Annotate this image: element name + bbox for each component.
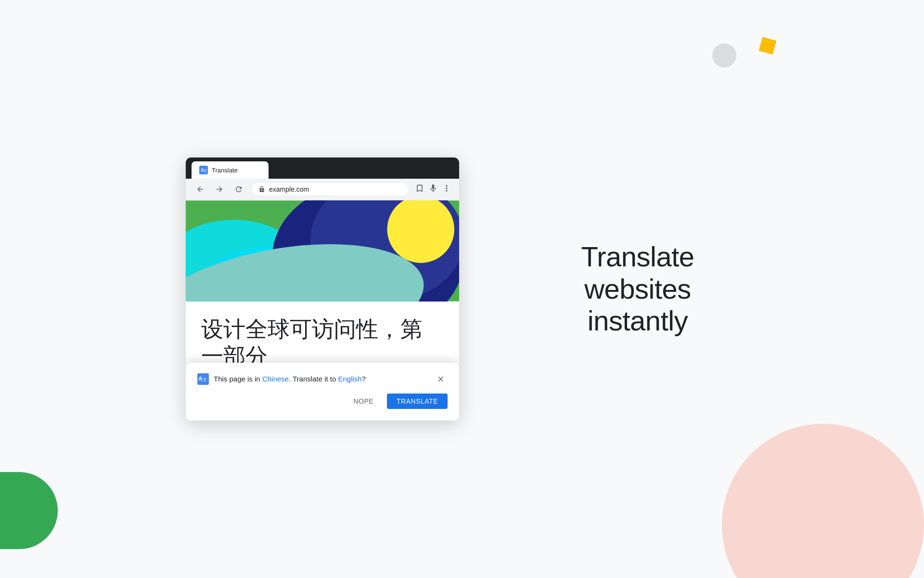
nope-button[interactable]: NOPE [344,394,383,409]
translate-button[interactable]: TRANSLATE [387,394,448,409]
close-banner-button[interactable] [434,372,448,386]
svg-text:文: 文 [203,377,207,382]
banner-text: This page is in Chinese. Translate it to… [214,375,366,383]
tab-title: Translate [212,167,238,174]
banner-message: A 文 This page is in Chinese. Translate i… [197,373,366,385]
banner-top: A 文 This page is in Chinese. Translate i… [197,372,448,386]
tab-container: A 文 Translate [192,158,269,179]
banner-actions: NOPE TRANSLATE [197,394,448,409]
deco-gray-circle [712,43,736,67]
address-bar[interactable]: example.com [251,183,409,196]
page-content: 设计全球可访问性，第一部分 意识就是一切 在我们的三部分系列中，Google 的… [186,200,459,420]
headline-line1: Translate websites [581,241,694,304]
headline-line2: instantly [588,305,688,336]
target-language: English [338,375,361,383]
translate-banner: A 文 This page is in Chinese. Translate i… [186,363,459,420]
translate-logo-icon: A 文 [197,373,209,385]
browser-topbar: A 文 Translate [186,158,459,179]
bookmark-button[interactable] [415,184,424,195]
headline: Translate websites instantly [537,241,739,337]
url-text: example.com [269,185,402,193]
back-button[interactable] [193,183,207,196]
page-main-title: 设计全球可访问性，第一部分 [201,316,444,369]
svg-text:文: 文 [204,169,207,173]
address-actions [415,184,451,195]
more-menu-button[interactable] [442,184,451,195]
tab-favicon-icon: A 文 [199,166,208,174]
forward-button[interactable] [213,183,226,196]
detected-language: Chinese [262,375,289,383]
refresh-button[interactable] [232,183,245,196]
hero-image [186,200,459,302]
lock-icon [258,186,265,193]
phone-mockup: A 文 Translate [185,157,460,420]
browser-tab[interactable]: A 文 Translate [192,161,269,179]
right-text: Translate websites instantly [537,241,739,337]
browser-window: A 文 Translate [185,157,460,420]
browser-addressbar: example.com [186,179,459,200]
mic-button[interactable] [428,184,438,195]
